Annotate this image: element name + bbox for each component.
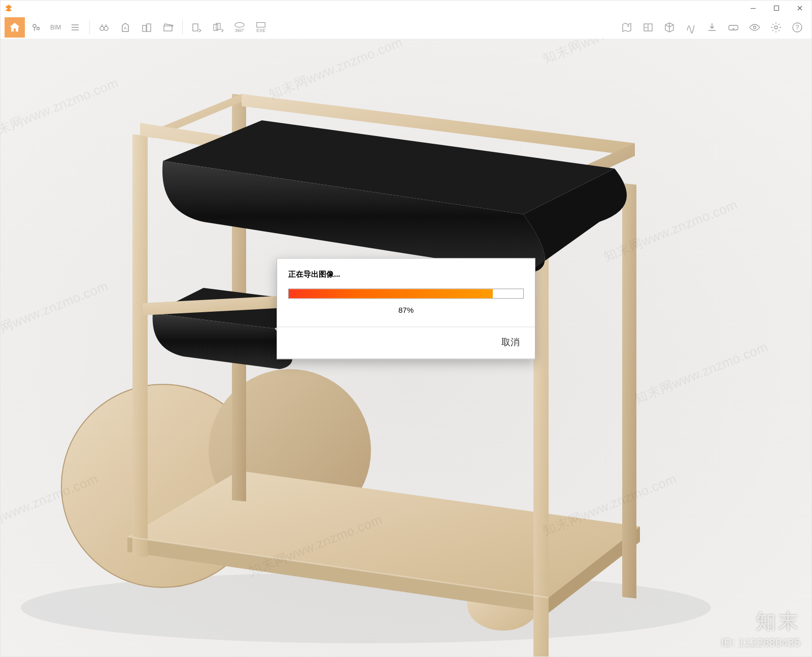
bim-button[interactable]: BIM: [47, 17, 64, 38]
help-icon: ?: [791, 21, 803, 34]
close-button[interactable]: [788, 1, 811, 16]
toolbar-right-group: ?: [617, 17, 807, 38]
progress-bar: [288, 288, 524, 299]
toolbar-left-group: BIM A: [5, 17, 271, 38]
clapperboard-icon: [162, 21, 174, 34]
svg-point-15: [627, 25, 629, 27]
progress-fill: [289, 289, 493, 298]
eye-icon: [749, 21, 761, 34]
list-button[interactable]: [65, 17, 85, 38]
map-icon: [621, 21, 633, 34]
home-button[interactable]: [5, 17, 25, 38]
download-button[interactable]: [702, 17, 722, 38]
svg-point-3: [37, 27, 40, 29]
exe-export-button[interactable]: EXE: [251, 17, 271, 38]
floorplan-button[interactable]: [638, 17, 658, 38]
maximize-button[interactable]: [765, 1, 788, 16]
help-button[interactable]: ?: [787, 17, 807, 38]
watermark-brand: 知末 ID: 1122680435: [721, 607, 800, 649]
vr-button[interactable]: [723, 17, 743, 38]
svg-text:A: A: [124, 26, 127, 30]
svg-rect-7: [143, 25, 146, 31]
buildings-button[interactable]: [137, 17, 157, 38]
exe-label: EXE: [256, 28, 265, 33]
building-export-icon: [191, 21, 203, 34]
map-pin-button[interactable]: [26, 17, 46, 38]
list-icon: [69, 21, 81, 34]
svg-point-4: [100, 26, 104, 30]
dialog-title: 正在导出图像...: [288, 270, 524, 279]
cancel-button[interactable]: 取消: [497, 334, 524, 350]
svg-rect-28: [132, 134, 148, 557]
svg-point-19: [774, 26, 777, 29]
panorama-label: 360°: [235, 28, 245, 33]
map-pin-icon: [30, 21, 42, 34]
watermark-brand-text: 知末: [721, 607, 800, 635]
app-window: BIM A: [0, 0, 812, 657]
bim-label: BIM: [50, 24, 61, 31]
curves-icon: [685, 21, 697, 34]
viewport-3d[interactable]: 知末网www.znzmo.com 知末网www.znzmo.com 知末网www…: [1, 39, 811, 656]
cube-button[interactable]: [659, 17, 680, 38]
buildings-icon: [141, 21, 153, 34]
main-toolbar: BIM A: [1, 16, 811, 39]
svg-rect-29: [533, 222, 549, 656]
scene-export-icon: [212, 21, 224, 34]
svg-rect-8: [147, 24, 151, 31]
svg-point-13: [235, 22, 244, 27]
svg-rect-31: [622, 183, 636, 599]
binoculars-button[interactable]: [94, 17, 114, 38]
toolbar-separator: [182, 20, 183, 35]
settings-button[interactable]: [766, 17, 786, 38]
building-outline-icon: A: [119, 21, 131, 34]
watermark-id: ID: 1122680435: [721, 636, 800, 649]
exe-icon: [255, 21, 266, 28]
floorplan-icon: [642, 21, 654, 34]
binoculars-icon: [98, 21, 110, 34]
home-icon: [9, 21, 21, 34]
minimize-button[interactable]: [741, 1, 765, 16]
svg-text:?: ?: [796, 24, 799, 31]
cube-icon: [663, 21, 675, 34]
visibility-button[interactable]: [745, 17, 765, 38]
panorama-button[interactable]: 360°: [229, 17, 250, 38]
building-outline-button[interactable]: A: [115, 17, 136, 38]
map-button[interactable]: [617, 17, 637, 38]
curves-button[interactable]: [681, 17, 701, 38]
export-scene-button[interactable]: [208, 17, 228, 38]
export-image-button[interactable]: [187, 17, 207, 38]
panorama-icon: [234, 21, 245, 28]
download-icon: [706, 21, 718, 34]
svg-rect-14: [257, 22, 265, 27]
svg-point-5: [104, 26, 108, 30]
svg-rect-10: [193, 24, 198, 31]
clapperboard-button[interactable]: [158, 17, 178, 38]
titlebar: [1, 1, 811, 16]
toolbar-separator: [89, 20, 90, 35]
svg-rect-9: [164, 26, 172, 31]
vr-icon: [727, 21, 739, 34]
app-logo-icon: [4, 3, 14, 13]
svg-point-18: [754, 26, 756, 28]
svg-rect-1: [774, 6, 779, 11]
svg-rect-0: [751, 8, 756, 9]
gear-icon: [770, 21, 782, 34]
export-progress-dialog: 正在导出图像... 87% 取消: [277, 258, 535, 359]
svg-point-2: [33, 24, 36, 27]
progress-percent-label: 87%: [288, 306, 524, 314]
